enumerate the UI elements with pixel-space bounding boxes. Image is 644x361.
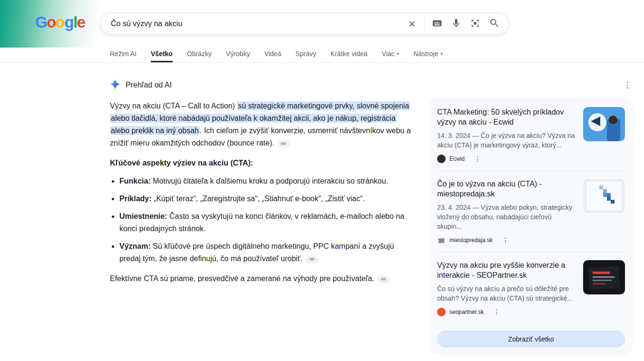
tab-vsetko[interactable]: Všetko bbox=[151, 45, 173, 62]
ai-overview-closing: Efektívne CTA sú priame, presvedčivé a z… bbox=[110, 273, 411, 285]
tab-obrazky[interactable]: Obrázky bbox=[187, 45, 212, 62]
bullet-label: Význam: bbox=[119, 242, 151, 250]
tab-vyrobky[interactable]: Výrobky bbox=[226, 45, 250, 62]
source-card-text: Výzvy na akciu pre vyššie konverzie a in… bbox=[437, 260, 576, 316]
source-row: Ecwid ⋮ bbox=[437, 155, 576, 163]
sources-panel: CTA Marketing: 50 skvelých príkladov výz… bbox=[429, 98, 633, 355]
tab-viac[interactable]: Viac▾ bbox=[382, 45, 400, 62]
key-aspects-list: Funkcia: Motivujú čitateľa k ďalšiemu kr… bbox=[110, 175, 411, 265]
bullet-text: Sú kľúčové pre úspech digitálneho market… bbox=[119, 242, 394, 263]
more-vertical-icon: ⋮ bbox=[623, 80, 631, 89]
tab-label: Krátke videá bbox=[331, 50, 368, 58]
tab-videa[interactable]: Videá bbox=[264, 45, 282, 62]
logo-letter: e bbox=[77, 13, 85, 31]
intro-text: Výzvy na akciu (CTA – Call to Action) bbox=[110, 102, 237, 110]
logo-letter: G bbox=[35, 13, 47, 31]
tab-label: Nástroje bbox=[413, 50, 438, 58]
ai-overview-title: Prehľad od AI bbox=[126, 81, 172, 89]
tab-label: Výrobky bbox=[226, 50, 250, 58]
logo-letter: l bbox=[73, 13, 77, 31]
tab-label: Režim AI bbox=[110, 50, 137, 58]
source-snippet: 23. 4. 2024 — Výzva alebo pokyn, strateg… bbox=[437, 203, 576, 231]
source-card-text: Čo je to výzva na akciu (CTA) - miestopr… bbox=[437, 179, 576, 244]
show-all-button[interactable]: Zobraziť všetko bbox=[437, 331, 625, 348]
citation-link[interactable] bbox=[377, 275, 390, 283]
bullet-label: Príklady: bbox=[119, 195, 152, 203]
tab-label: Obrázky bbox=[187, 50, 212, 58]
search-icon bbox=[489, 18, 500, 30]
voice-search-button[interactable] bbox=[447, 14, 466, 33]
source-snippet: Čo sú výzvy na akciu a prečo sú dôležité… bbox=[437, 284, 576, 303]
source-thumbnail[interactable] bbox=[583, 179, 625, 213]
tab-kratke-videa[interactable]: Krátke videá bbox=[331, 45, 368, 62]
tab-label: Viac bbox=[382, 50, 395, 58]
search-input[interactable] bbox=[111, 20, 402, 28]
keyboard-button[interactable] bbox=[428, 14, 447, 33]
more-vertical-icon[interactable]: ⋮ bbox=[493, 309, 500, 315]
search-divider bbox=[424, 18, 425, 30]
ai-overview: Prehľad od AI Výzvy na akciu (CTA – Call… bbox=[110, 79, 411, 285]
close-icon: ✕ bbox=[408, 20, 416, 29]
microphone-icon bbox=[451, 18, 461, 30]
source-card[interactable]: Výzvy na akciu pre vyššie konverzie a in… bbox=[437, 253, 625, 324]
section-heading: Kľúčové aspekty výziev na akciu (CTA): bbox=[110, 159, 411, 167]
logo-letter: g bbox=[65, 13, 74, 31]
source-row: seopartner.sk ⋮ bbox=[437, 308, 576, 316]
ai-overview-menu-button[interactable]: ⋮ bbox=[623, 81, 631, 89]
tab-nastroje[interactable]: Nástroje▾ bbox=[413, 45, 443, 62]
favicon bbox=[437, 236, 446, 244]
source-card[interactable]: CTA Marketing: 50 skvelých príkladov výz… bbox=[437, 107, 625, 171]
list-item: Príklady: „Kúpiť teraz“, „Zaregistrujte … bbox=[119, 193, 411, 205]
citation-link[interactable] bbox=[305, 255, 318, 263]
source-snippet: 14. 3. 2024 — Čo je výzva na akciu? Výzv… bbox=[437, 131, 576, 150]
source-title[interactable]: CTA Marketing: 50 skvelých príkladov výz… bbox=[437, 107, 576, 127]
source-row: miestopredaja.sk ⋮ bbox=[437, 236, 576, 244]
source-card-text: CTA Marketing: 50 skvelých príkladov výz… bbox=[437, 107, 576, 163]
logo-letter: o bbox=[47, 13, 56, 31]
keyboard-icon bbox=[432, 18, 442, 30]
source-title[interactable]: Čo je to výzva na akciu (CTA) - miestopr… bbox=[437, 179, 576, 199]
bullet-text: „Kúpiť teraz“, „Zaregistrujte sa“, „Stia… bbox=[154, 195, 365, 203]
source-thumbnail[interactable] bbox=[583, 107, 625, 141]
bullet-text: Motivujú čitateľa k ďalšiemu kroku a pod… bbox=[153, 177, 388, 185]
source-name: seopartner.sk bbox=[449, 309, 484, 315]
google-logo[interactable]: Google bbox=[35, 13, 85, 31]
tab-label: Správy bbox=[295, 50, 316, 58]
chevron-down-icon: ▾ bbox=[440, 51, 443, 56]
logo-letter: o bbox=[56, 13, 65, 31]
chevron-down-icon: ▾ bbox=[397, 51, 400, 56]
list-item: Funkcia: Motivujú čitateľa k ďalšiemu kr… bbox=[119, 175, 411, 187]
search-button[interactable] bbox=[485, 14, 504, 33]
ai-overview-header: Prehľad od AI bbox=[110, 79, 411, 91]
tab-label: Všetko bbox=[151, 50, 173, 58]
tab-rezim-ai[interactable]: Režim AI bbox=[110, 45, 137, 62]
page: Google ✕ Režim AI bbox=[0, 0, 644, 361]
bullet-label: Umiestnenie: bbox=[119, 212, 167, 220]
source-name: miestopredaja.sk bbox=[449, 237, 493, 244]
more-vertical-icon[interactable]: ⋮ bbox=[502, 237, 509, 244]
ai-overview-intro: Výzvy na akciu (CTA – Call to Action) sú… bbox=[110, 100, 411, 149]
source-thumbnail[interactable] bbox=[583, 260, 625, 294]
favicon bbox=[437, 308, 446, 316]
lens-button[interactable] bbox=[466, 14, 485, 33]
list-item: Umiestnenie: Často sa vyskytujú na konci… bbox=[119, 210, 411, 235]
bullet-label: Funkcia: bbox=[119, 177, 151, 185]
source-card[interactable]: Čo je to výzva na akciu (CTA) - miestopr… bbox=[437, 171, 625, 252]
more-vertical-icon[interactable]: ⋮ bbox=[474, 156, 481, 162]
ai-sparkle-icon bbox=[110, 79, 120, 91]
source-title[interactable]: Výzvy na akciu pre vyššie konverzie a in… bbox=[437, 260, 576, 280]
clear-search-button[interactable]: ✕ bbox=[402, 14, 421, 33]
results-tabs: Režim AI Všetko Obrázky Výrobky Videá Sp… bbox=[0, 45, 644, 63]
tab-spravy[interactable]: Správy bbox=[295, 45, 316, 62]
tab-label: Videá bbox=[264, 50, 282, 58]
list-item: Význam: Sú kľúčové pre úspech digitálneh… bbox=[119, 240, 411, 265]
favicon bbox=[437, 155, 446, 163]
citation-link[interactable] bbox=[277, 140, 290, 148]
closing-text: Efektívne CTA sú priame, presvedčivé a z… bbox=[110, 274, 374, 283]
search-box[interactable]: ✕ bbox=[100, 13, 509, 35]
camera-lens-icon bbox=[470, 18, 480, 30]
source-name: Ecwid bbox=[449, 156, 465, 162]
